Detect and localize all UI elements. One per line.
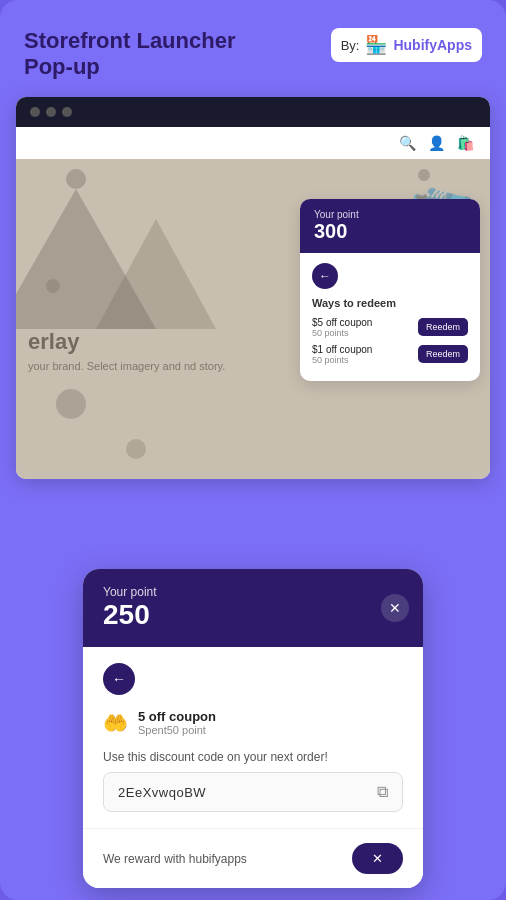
- popup1-ways-label: Ways to redeem: [312, 297, 468, 309]
- coupon-row-2: $1 off coupon 50 points Reedem: [312, 344, 468, 365]
- decor-circle-5: [126, 439, 146, 459]
- popup2-coupon-sub: Spent50 point: [138, 724, 216, 736]
- footer-text: We reward with hubifyapps: [103, 852, 247, 866]
- decor-area: 👟 erlay your brand. Select imagery and n…: [16, 159, 490, 479]
- browser-dot-2: [46, 107, 56, 117]
- browser-dot-3: [62, 107, 72, 117]
- decor-circle-4: [56, 389, 86, 419]
- coupon1-points: 50 points: [312, 328, 372, 338]
- title-line2: Pop-up: [24, 54, 100, 79]
- popup1-body: ← Ways to redeem $5 off coupon 50 points…: [300, 253, 480, 381]
- coupon-detail-text: 5 off coupon Spent50 point: [138, 709, 216, 736]
- redeem-btn-1[interactable]: Reedem: [418, 318, 468, 336]
- popup1-points-label: Your point: [314, 209, 466, 220]
- popup2-header: Your point 250 ✕: [83, 569, 423, 647]
- overlay-text: erlay: [28, 329, 79, 355]
- popup2-coupon-title: 5 off coupon: [138, 709, 216, 724]
- popup-panel-1: Your point 300 ← Ways to redeem $5 off c…: [300, 199, 480, 381]
- coupon-detail: 🤲 5 off coupon Spent50 point: [103, 709, 403, 736]
- popup2-footer: We reward with hubifyapps ✕: [83, 828, 423, 888]
- popup2-close-button-footer[interactable]: ✕: [352, 843, 403, 874]
- coupon-info-2: $1 off coupon 50 points: [312, 344, 372, 365]
- decor-circle-2: [46, 279, 60, 293]
- brand-name: HubifyApps: [393, 37, 472, 53]
- search-icon[interactable]: 🔍: [399, 135, 416, 151]
- popup1-points-value: 300: [314, 220, 466, 243]
- inner-nav: 🔍 👤 🛍️: [16, 127, 490, 159]
- browser-dot-1: [30, 107, 40, 117]
- hubify-icon: 🏪: [365, 34, 387, 56]
- header: Storefront Launcher Pop-up By: 🏪 HubifyA…: [0, 0, 506, 97]
- brand-logo: By: 🏪 HubifyApps: [331, 28, 482, 62]
- decor-circle-1: [66, 169, 86, 189]
- cart-icon[interactable]: 🛍️: [457, 135, 474, 151]
- decor-triangle-2: [96, 219, 216, 329]
- popup2-back-button[interactable]: ←: [103, 663, 135, 695]
- user-icon[interactable]: 👤: [428, 135, 445, 151]
- browser-mockup: 🔍 👤 🛍️ 👟 erlay your brand. Select imager…: [16, 97, 490, 479]
- popup2-close-button-top[interactable]: ✕: [381, 594, 409, 622]
- popup2-points-label: Your point: [103, 585, 403, 599]
- popup2-body: ← 🤲 5 off coupon Spent50 point Use this …: [83, 647, 423, 812]
- browser-bar: [16, 97, 490, 127]
- coupon-row-1: $5 off coupon 50 points Reedem: [312, 317, 468, 338]
- coupon2-points: 50 points: [312, 355, 372, 365]
- brand-by-text: By:: [341, 38, 360, 53]
- copy-icon[interactable]: ⧉: [377, 783, 388, 801]
- coupon1-name: $5 off coupon: [312, 317, 372, 328]
- discount-code: 2EeXvwqoBW: [118, 785, 206, 800]
- page-wrapper: Storefront Launcher Pop-up By: 🏪 HubifyA…: [0, 0, 506, 900]
- bottom-popup: Your point 250 ✕ ← 🤲 5 off coupon Spent5…: [83, 569, 423, 888]
- popup2-points-value: 250: [103, 599, 403, 631]
- coupon2-name: $1 off coupon: [312, 344, 372, 355]
- discount-label: Use this discount code on your next orde…: [103, 750, 403, 764]
- popup1-back-button[interactable]: ←: [312, 263, 338, 289]
- coupon-hand-icon: 🤲: [103, 711, 128, 735]
- title-line1: Storefront Launcher: [24, 28, 235, 53]
- redeem-btn-2[interactable]: Reedem: [418, 345, 468, 363]
- page-title: Storefront Launcher Pop-up: [24, 28, 235, 81]
- discount-code-box: 2EeXvwqoBW ⧉: [103, 772, 403, 812]
- coupon-info-1: $5 off coupon 50 points: [312, 317, 372, 338]
- overlay-subtext: your brand. Select imagery and nd story.: [28, 359, 225, 374]
- popup1-header: Your point 300: [300, 199, 480, 253]
